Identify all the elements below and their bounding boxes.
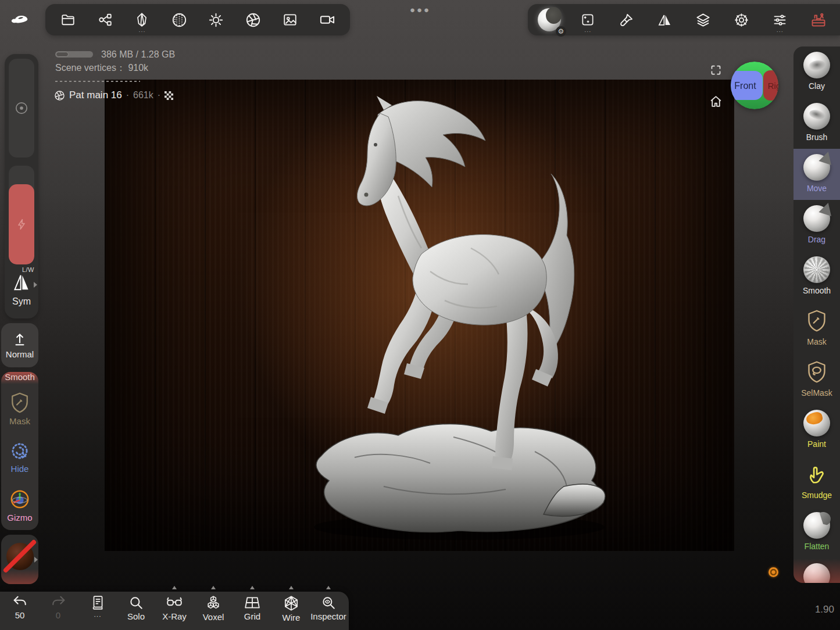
tool-smudge[interactable]: Smudge	[793, 456, 840, 507]
tool-clay[interactable]: Clay	[793, 46, 840, 98]
redo-count: 0	[56, 611, 60, 620]
object-name: Pat main 16	[69, 90, 122, 101]
tool-label: Smudge	[802, 491, 832, 500]
postprocess-aperture-icon[interactable]	[240, 6, 267, 33]
intensity-fill	[9, 184, 34, 264]
window-handle-dots[interactable]: ●●●	[407, 5, 434, 15]
drag-sphere-icon	[803, 205, 830, 232]
gizmo-flag-button[interactable]: Gizmo	[1, 481, 38, 529]
smooth-sphere-icon	[803, 256, 830, 283]
camera-video-icon[interactable]	[314, 6, 341, 33]
material-gear-badge-icon[interactable]: ⚙	[556, 26, 566, 37]
active-material-sphere[interactable]: ⚙	[536, 6, 563, 33]
object-sphere-icon	[54, 90, 65, 101]
files-icon[interactable]	[55, 6, 81, 33]
voxel-button[interactable]: Voxel	[197, 595, 230, 629]
gizmo-orb-icon	[9, 488, 31, 510]
xray-options-caret-icon[interactable]	[172, 586, 177, 589]
wire-label: Wire	[283, 613, 301, 622]
stroke-more-dots: ···	[584, 29, 591, 34]
tool-smooth[interactable]: Smooth	[793, 251, 840, 302]
lighting-sun-icon[interactable]	[203, 6, 230, 33]
tool-label: Drag	[808, 235, 825, 244]
tool-brush[interactable]: Brush	[793, 98, 840, 149]
clay-sphere-icon	[803, 52, 830, 78]
grid-label: Grid	[244, 612, 260, 621]
redo-button[interactable]: 0	[42, 595, 74, 629]
flatten-sphere-icon	[803, 512, 830, 539]
inspector-options-caret-icon[interactable]	[326, 586, 331, 589]
intensity-slider[interactable]	[9, 166, 34, 264]
horse-sculpture-model[interactable]	[105, 80, 734, 551]
background-image-icon[interactable]	[277, 6, 303, 33]
wire-button[interactable]: Wire	[275, 595, 308, 629]
symmetry-label: Sym	[5, 296, 38, 307]
solo-button[interactable]: Solo	[120, 595, 152, 629]
memory-usage-text: 386 MB / 1.28 GB	[101, 49, 175, 60]
sliders-more-dots: ···	[777, 29, 784, 34]
history-notes-button[interactable]: ···	[81, 595, 114, 629]
orientation-gizmo[interactable]: Front Rig	[730, 61, 779, 110]
layers-icon[interactable]	[690, 6, 717, 33]
tool-mask[interactable]: Mask	[793, 302, 840, 353]
grid-options-caret-icon[interactable]	[250, 586, 255, 589]
mirror-symmetry-icon[interactable]	[651, 6, 678, 33]
left-flags-panel: Smooth Mask Hide Gizmo	[1, 372, 38, 530]
hide-flag-button[interactable]: Hide	[1, 433, 38, 481]
tool-label: SelMask	[801, 388, 832, 398]
fullscreen-icon[interactable]	[710, 64, 722, 78]
tool-drag[interactable]: Drag	[793, 200, 840, 251]
radius-slider[interactable]	[9, 59, 34, 158]
inspector-button[interactable]: Inspector	[312, 595, 345, 629]
toolbar-top-right: ⚙ ··· ···	[528, 4, 840, 35]
smooth-clipped-label: Smooth	[5, 372, 35, 382]
stroke-settings-icon[interactable]: ···	[574, 6, 601, 33]
wire-options-caret-icon[interactable]	[289, 586, 294, 589]
voxel-options-caret-icon[interactable]	[211, 586, 216, 589]
material-dotted-sphere-icon[interactable]	[166, 6, 192, 33]
home-view-icon[interactable]	[709, 94, 723, 111]
tool-flatten[interactable]: Flatten	[793, 507, 840, 558]
scene-graph-icon[interactable]	[92, 6, 119, 33]
inspector-label: Inspector	[310, 612, 346, 621]
nomad-logo-icon[interactable]	[8, 10, 33, 28]
material-disabled-button[interactable]	[1, 535, 38, 584]
symmetry-icon	[12, 274, 31, 291]
toolbox-icon[interactable]	[805, 6, 832, 33]
symmetry-button[interactable]: L/W Sym	[5, 264, 38, 318]
header-dashed-separator	[55, 81, 140, 82]
gizmo-front-label: Front	[734, 81, 756, 91]
memory-usage-fill	[56, 52, 69, 57]
tool-label: Move	[807, 184, 827, 193]
stroke-mode-button[interactable]: Normal	[1, 323, 38, 367]
scene-vertices-label: Scene vertices：	[55, 63, 126, 73]
object-separator-1: ·	[126, 90, 129, 101]
interface-sliders-icon[interactable]: ···	[767, 6, 793, 33]
memory-usage-bar	[55, 51, 93, 58]
smooth-clipped-item[interactable]: Smooth	[1, 372, 38, 385]
paint-sphere-icon	[803, 410, 830, 436]
xray-label: X-Ray	[162, 612, 187, 621]
primitive-more-dots: ···	[138, 29, 145, 34]
primitive-lathe-icon[interactable]: ···	[128, 6, 155, 33]
zoom-level-readout: 1.90	[805, 604, 834, 615]
tool-selmask[interactable]: SelMask	[793, 353, 840, 405]
tool-label: Paint	[807, 439, 826, 449]
mask-flag-button[interactable]: Mask	[1, 385, 38, 433]
recording-target-icon[interactable]	[768, 567, 778, 577]
settings-gear-icon[interactable]	[728, 6, 755, 33]
brush-sphere-icon	[803, 103, 830, 130]
paint-tools-icon[interactable]	[613, 6, 639, 33]
grid-button[interactable]: Grid	[236, 595, 269, 629]
active-object-row[interactable]: Pat main 16 · 661k ·	[54, 88, 173, 102]
solo-label: Solo	[127, 612, 145, 621]
tool-next-partial[interactable]	[793, 558, 840, 583]
mask-flag-label: Mask	[9, 416, 30, 426]
undo-button[interactable]: 50	[3, 595, 36, 629]
tool-label: Smooth	[803, 286, 831, 295]
mask-shield-icon	[806, 307, 827, 334]
tool-paint[interactable]: Paint	[793, 405, 840, 456]
viewport-canvas[interactable]	[105, 80, 734, 551]
tool-move-selected[interactable]: Move	[793, 149, 840, 200]
xray-button[interactable]: X-Ray	[158, 595, 191, 629]
